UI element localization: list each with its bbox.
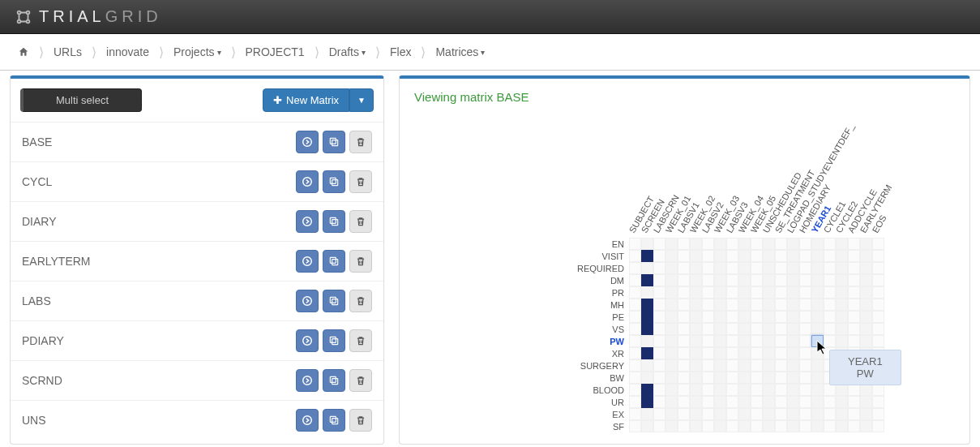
matrix-cell[interactable] [751,238,763,250]
matrix-cell[interactable] [763,311,775,323]
row-label[interactable]: EN [576,239,629,249]
matrix-cell[interactable] [738,238,751,250]
breadcrumb-item[interactable]: PROJECT1 [241,42,310,62]
matrix-cell[interactable] [678,262,690,274]
delete-button[interactable] [349,170,372,193]
column-header[interactable]: HOMEDIARY [799,112,811,238]
column-header[interactable]: LOGPAD_STUDYEVENTDEF_ [787,112,799,238]
matrix-cell[interactable] [653,335,665,347]
matrix-cell[interactable] [787,262,799,274]
matrix-cell[interactable] [702,396,714,408]
matrix-cell[interactable] [702,347,714,359]
matrix-cell[interactable] [799,384,811,396]
breadcrumb-item[interactable] [13,43,34,61]
matrix-cell[interactable] [641,372,653,384]
matrix-cell[interactable] [799,238,811,250]
matrix-cell[interactable] [629,274,641,286]
matrix-cell[interactable] [824,384,836,396]
matrix-cell[interactable] [824,262,836,274]
matrix-cell[interactable] [690,323,702,335]
matrix-cell[interactable] [678,347,690,359]
open-button[interactable] [296,250,319,273]
matrix-cell[interactable] [714,323,726,335]
matrix-cell[interactable] [629,262,641,274]
breadcrumb-item[interactable]: Flex [385,42,416,62]
matrix-cell[interactable] [629,250,641,262]
matrix-cell[interactable] [775,359,787,372]
matrix-cell[interactable] [641,347,653,359]
matrix-cell[interactable] [775,408,787,420]
matrix-cell[interactable] [702,262,714,274]
matrix-cell[interactable] [641,323,653,335]
matrix-cell[interactable] [751,286,763,299]
matrix-cell[interactable] [665,359,678,372]
matrix-cell[interactable] [665,238,678,250]
matrix-cell[interactable] [836,323,848,335]
matrix-cell[interactable] [726,372,738,384]
matrix-cell[interactable] [641,408,653,420]
matrix-cell[interactable] [738,359,751,372]
matrix-cell[interactable] [714,335,726,347]
matrix-list-item[interactable]: CYCL [11,162,383,202]
matrix-cell[interactable] [726,311,738,323]
matrix-cell[interactable] [738,274,751,286]
column-header[interactable]: EARLYTERM [860,112,872,238]
matrix-cell[interactable] [836,274,848,286]
matrix-cell[interactable] [702,238,714,250]
matrix-cell[interactable] [848,384,860,396]
matrix-list-item[interactable]: EARLYTERM [11,242,383,282]
matrix-cell[interactable] [751,335,763,347]
matrix-cell[interactable] [836,250,848,262]
matrix-cell[interactable] [690,274,702,286]
matrix-cell[interactable] [726,262,738,274]
matrix-cell[interactable] [653,250,665,262]
copy-button[interactable] [323,369,345,392]
matrix-cell[interactable] [872,238,884,250]
delete-button[interactable] [349,290,372,312]
matrix-cell[interactable] [763,396,775,408]
delete-button[interactable] [349,131,372,153]
open-button[interactable] [296,290,319,312]
matrix-cell[interactable] [751,420,763,432]
matrix-cell[interactable] [848,335,860,347]
matrix-list-item[interactable]: UNS [11,401,383,440]
matrix-cell[interactable] [629,238,641,250]
matrix-cell[interactable] [787,274,799,286]
matrix-cell[interactable] [836,396,848,408]
matrix-cell[interactable] [726,347,738,359]
matrix-cell[interactable] [811,262,824,274]
matrix-cell[interactable] [824,250,836,262]
matrix-cell[interactable] [799,335,811,347]
matrix-cell[interactable] [702,299,714,311]
matrix-cell[interactable] [641,274,653,286]
delete-button[interactable] [349,369,372,392]
matrix-cell[interactable] [787,286,799,299]
matrix-cell[interactable] [811,384,824,396]
matrix-cell[interactable] [678,250,690,262]
matrix-cell[interactable] [714,384,726,396]
row-label[interactable]: REQUIRED [576,264,629,273]
open-button[interactable] [296,409,319,432]
matrix-cell[interactable] [726,335,738,347]
matrix-cell[interactable] [824,274,836,286]
matrix-cell[interactable] [763,372,775,384]
open-button[interactable] [296,210,319,233]
matrix-cell[interactable] [690,420,702,432]
column-header[interactable]: SE_TREATMENT [775,112,787,238]
matrix-cell[interactable] [848,238,860,250]
matrix-cell[interactable] [726,238,738,250]
matrix-cell[interactable] [763,359,775,372]
matrix-cell[interactable] [860,384,872,396]
matrix-cell[interactable] [751,299,763,311]
matrix-cell[interactable] [787,420,799,432]
matrix-cell[interactable] [653,286,665,299]
matrix-cell[interactable] [799,420,811,432]
matrix-cell[interactable] [665,250,678,262]
matrix-cell[interactable] [848,286,860,299]
new-matrix-dropdown[interactable]: ▼ [349,88,374,112]
matrix-list-item[interactable]: BASE [11,122,383,162]
matrix-cell[interactable] [629,372,641,384]
matrix-cell[interactable] [738,299,751,311]
column-header[interactable]: LABSV1 [678,112,690,238]
matrix-cell[interactable] [702,311,714,323]
